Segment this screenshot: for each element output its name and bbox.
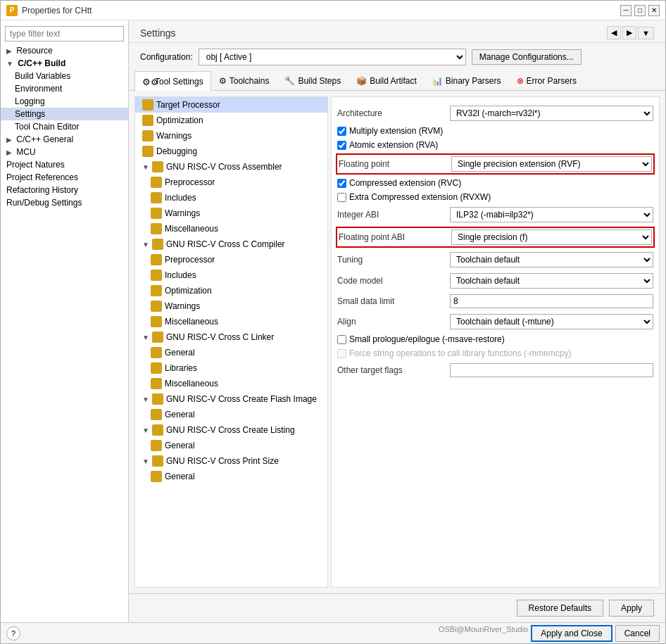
small-data-limit-input[interactable]: [450, 294, 653, 308]
tree-item-cc-includes[interactable]: Includes: [135, 267, 327, 283]
tree-item-asm-misc[interactable]: Miscellaneous: [135, 221, 327, 236]
small-data-limit-value: [450, 294, 653, 308]
restore-defaults-button[interactable]: Restore Defaults: [517, 600, 603, 617]
maximize-button[interactable]: □: [634, 5, 646, 16]
tree-item-target-proc[interactable]: Target Processor: [135, 97, 327, 113]
tab-build-artifact[interactable]: 📦 Build Artifact: [348, 71, 425, 90]
tree-item-cc-optimization[interactable]: Optimization: [135, 283, 327, 298]
tree-item-listing-general[interactable]: General: [135, 438, 327, 453]
help-button[interactable]: ?: [6, 626, 20, 640]
align-row: Align Toolchain default (-mtune): [337, 311, 653, 332]
apply-and-close-button[interactable]: Apply and Close: [531, 625, 612, 642]
extra-compressed-ext-label: Extra Compressed extension (RVXW): [349, 192, 491, 202]
settings-icon: [151, 316, 162, 327]
tree-item-linker-misc[interactable]: Miscellaneous: [135, 376, 327, 391]
architecture-label: Architecture: [337, 108, 450, 118]
tree-item-label: Includes: [165, 193, 196, 203]
filter-input[interactable]: [5, 26, 124, 42]
sidebar-item-cpp-general[interactable]: ▶ C/C++ General: [1, 133, 128, 146]
compressed-ext-checkbox[interactable]: [337, 179, 346, 188]
tree-item-gnu-flash[interactable]: ▼ GNU RISC-V Cross Create Flash Image: [135, 391, 327, 407]
tree-item-asm-warnings[interactable]: Warnings: [135, 206, 327, 221]
cancel-button[interactable]: Cancel: [615, 625, 660, 642]
expand-icon: ▼: [142, 396, 149, 403]
force-string-checkbox[interactable]: [337, 349, 346, 358]
tree-item-debugging[interactable]: Debugging: [135, 144, 327, 159]
tab-label: Build Steps: [298, 76, 341, 86]
nav-forward-button[interactable]: ▶: [622, 26, 636, 39]
tuning-label: Tuning: [337, 255, 450, 265]
tree-item-cc-misc[interactable]: Miscellaneous: [135, 314, 327, 329]
floating-point-abi-value: Single precision (f): [451, 229, 652, 245]
tree-item-warnings[interactable]: Warnings: [135, 128, 327, 144]
tree-item-label: General: [165, 472, 195, 481]
tab-toolchains[interactable]: ⚙ Toolchains: [211, 71, 277, 90]
floating-point-abi-select[interactable]: Single precision (f): [451, 229, 652, 245]
sidebar-item-resource[interactable]: ▶ Resource: [1, 44, 128, 57]
sidebar-item-toolchain-editor[interactable]: Tool Chain Editor: [1, 120, 128, 133]
nav-dropdown-button[interactable]: ▼: [638, 27, 654, 39]
tab-label: Toolchains: [230, 76, 270, 86]
atomic-ext-checkbox[interactable]: [337, 141, 346, 150]
tuning-select[interactable]: Toolchain default: [450, 252, 653, 267]
manage-configurations-button[interactable]: Manage Configurations...: [472, 49, 582, 65]
tree-item-linker-general[interactable]: General: [135, 345, 327, 360]
panel-body: Target Processor Optimization Warnings D…: [129, 91, 665, 593]
minimize-button[interactable]: ─: [620, 5, 632, 16]
tab-error-parsers[interactable]: ⊗ Error Parsers: [509, 71, 584, 90]
multiply-ext-checkbox[interactable]: [337, 127, 346, 136]
small-prologue-checkbox[interactable]: [337, 335, 346, 344]
settings-header: Settings ◀ ▶ ▼: [129, 20, 665, 43]
small-prologue-row: Small prologue/epilogue (-msave-restore): [337, 332, 653, 346]
tree-item-optimization[interactable]: Optimization: [135, 113, 327, 128]
force-string-label: Force string operations to call library …: [349, 348, 571, 358]
tree-item-flash-general[interactable]: General: [135, 407, 327, 422]
sidebar-item-run-debug[interactable]: Run/Debug Settings: [1, 196, 128, 209]
sidebar-item-cpp-build[interactable]: ▼ C/C++ Build: [1, 57, 128, 70]
tab-build-steps[interactable]: 🔧 Build Steps: [277, 71, 348, 90]
tree-item-linker-libraries[interactable]: Libraries: [135, 360, 327, 376]
tree-item-printsize-general[interactable]: General: [135, 469, 327, 484]
sidebar-item-settings[interactable]: Settings: [1, 108, 128, 120]
extra-compressed-ext-checkbox[interactable]: [337, 193, 346, 202]
tab-binary-parsers[interactable]: 📊 Binary Parsers: [425, 71, 509, 90]
tree-item-asm-includes[interactable]: Includes: [135, 190, 327, 206]
sidebar-item-project-natures[interactable]: Project Natures: [1, 158, 128, 171]
compressed-ext-row: Compressed extension (RVC): [337, 176, 653, 190]
floating-point-row: Floating point Single precision extensio…: [336, 153, 655, 175]
tree-item-gnu-assembler[interactable]: ▼ GNU RISC-V Cross Assembler: [135, 159, 327, 175]
right-panel: Settings ◀ ▶ ▼ Configuration: obj [ Acti…: [129, 20, 665, 622]
close-button[interactable]: ✕: [648, 5, 660, 16]
integer-abi-select[interactable]: ILP32 (-mabi=ilp32*): [450, 207, 653, 222]
floating-point-select[interactable]: Single precision extension (RVF): [451, 156, 652, 172]
settings-icon: [151, 362, 162, 374]
settings-icon: [151, 409, 162, 420]
apply-button[interactable]: Apply: [609, 600, 654, 617]
tree-item-gnu-print-size[interactable]: ▼ GNU RISC-V Cross Print Size: [135, 453, 327, 469]
sidebar-item-mcu[interactable]: ▶ MCU: [1, 146, 128, 158]
nav-back-button[interactable]: ◀: [607, 26, 621, 39]
nav-arrows: ◀ ▶ ▼: [607, 26, 654, 39]
multiply-ext-label: Multiply extension (RVM): [349, 126, 443, 136]
tab-tool-settings[interactable]: ⚙ Tool Settings: [134, 71, 211, 91]
tree-item-label: Optimization: [156, 115, 203, 125]
sidebar-item-environment[interactable]: Environment: [1, 82, 128, 95]
sidebar-item-label: Tool Chain Editor: [15, 122, 79, 132]
config-select[interactable]: obj [ Active ]: [199, 49, 466, 65]
floating-point-label: Floating point: [339, 159, 451, 169]
architecture-select[interactable]: RV32I (-march=rv32i*): [450, 106, 653, 121]
sidebar-item-logging[interactable]: Logging: [1, 95, 128, 108]
tree-item-cc-preprocessor[interactable]: Preprocessor: [135, 252, 327, 267]
sidebar-item-refactoring[interactable]: Refactoring History: [1, 184, 128, 196]
sidebar-item-build-vars[interactable]: Build Variables: [1, 70, 128, 82]
tree-item-asm-preprocessor[interactable]: Preprocessor: [135, 175, 327, 190]
align-select[interactable]: Toolchain default (-mtune): [450, 314, 653, 329]
code-model-select[interactable]: Toolchain default: [450, 273, 653, 289]
code-model-label: Code model: [337, 276, 450, 286]
tree-item-gnu-listing[interactable]: ▼ GNU RISC-V Cross Create Listing: [135, 422, 327, 438]
tree-item-gnu-c-linker[interactable]: ▼ GNU RISC-V Cross C Linker: [135, 329, 327, 345]
other-flags-input[interactable]: [450, 363, 653, 377]
tree-item-gnu-c-compiler[interactable]: ▼ GNU RISC-V Cross C Compiler: [135, 236, 327, 252]
tree-item-cc-warnings[interactable]: Warnings: [135, 298, 327, 314]
sidebar-item-project-refs[interactable]: Project References: [1, 171, 128, 184]
